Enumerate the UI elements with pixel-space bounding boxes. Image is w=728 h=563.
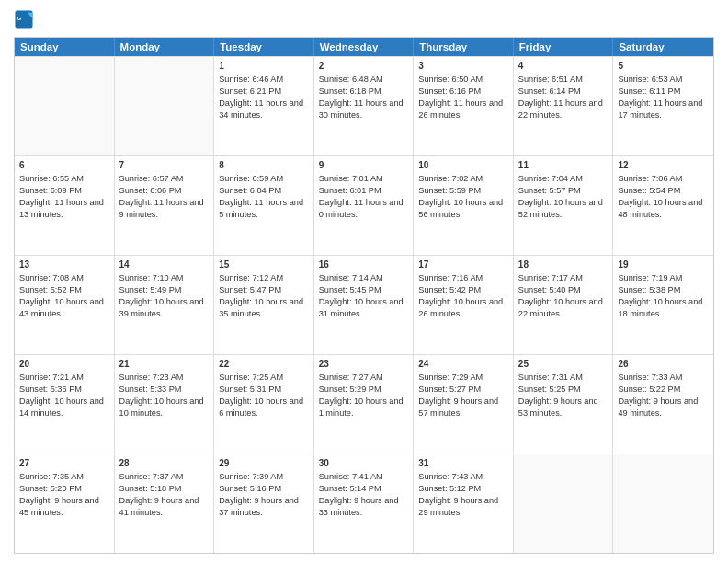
day-number: 20 bbox=[19, 358, 109, 371]
day-30: 30Sunrise: 7:41 AMSunset: 5:14 PMDayligh… bbox=[314, 454, 415, 553]
day-info: Daylight: 9 hours and 33 minutes. bbox=[319, 495, 409, 519]
day-number: 30 bbox=[319, 457, 409, 470]
day-info: Sunset: 5:40 PM bbox=[518, 284, 609, 296]
day-info: Sunset: 6:18 PM bbox=[319, 86, 409, 98]
day-info: Sunset: 6:11 PM bbox=[618, 86, 709, 98]
day-number: 6 bbox=[19, 159, 109, 172]
day-info: Sunrise: 7:43 AM bbox=[418, 471, 508, 483]
day-info: Daylight: 10 hours and 1 minute. bbox=[319, 396, 409, 419]
header: G bbox=[14, 9, 714, 29]
header-day-sunday: Sunday bbox=[15, 38, 115, 56]
calendar-body: 1Sunrise: 6:46 AMSunset: 6:21 PMDaylight… bbox=[15, 56, 713, 553]
day-number: 13 bbox=[19, 259, 109, 271]
day-info: Daylight: 9 hours and 41 minutes. bbox=[119, 495, 210, 519]
day-info: Sunset: 6:09 PM bbox=[19, 185, 109, 197]
day-number: 25 bbox=[518, 358, 609, 371]
day-info: Daylight: 10 hours and 52 minutes. bbox=[518, 197, 609, 221]
day-info: Sunrise: 7:04 AM bbox=[518, 173, 609, 185]
day-info: Sunset: 6:01 PM bbox=[319, 185, 409, 197]
day-info: Sunrise: 7:35 AM bbox=[19, 471, 109, 483]
day-info: Sunrise: 7:01 AM bbox=[319, 173, 409, 185]
day-number: 14 bbox=[119, 259, 210, 271]
day-info: Daylight: 11 hours and 9 minutes. bbox=[119, 197, 210, 221]
day-info: Sunset: 5:38 PM bbox=[618, 284, 709, 296]
header-day-friday: Friday bbox=[514, 38, 614, 56]
empty-cell bbox=[613, 454, 713, 553]
day-info: Sunset: 5:25 PM bbox=[518, 384, 609, 396]
day-info: Daylight: 9 hours and 37 minutes. bbox=[219, 495, 309, 519]
day-info: Sunrise: 6:59 AM bbox=[219, 173, 309, 185]
day-22: 22Sunrise: 7:25 AMSunset: 5:31 PMDayligh… bbox=[214, 355, 314, 454]
day-5: 5Sunrise: 6:53 AMSunset: 6:11 PMDaylight… bbox=[613, 57, 713, 155]
day-info: Daylight: 10 hours and 22 minutes. bbox=[518, 296, 609, 320]
day-info: Daylight: 9 hours and 49 minutes. bbox=[618, 396, 709, 419]
empty-cell bbox=[514, 454, 614, 553]
day-23: 23Sunrise: 7:27 AMSunset: 5:29 PMDayligh… bbox=[314, 355, 415, 454]
svg-text:G: G bbox=[17, 16, 22, 21]
header-day-thursday: Thursday bbox=[414, 38, 514, 56]
day-number: 5 bbox=[618, 60, 709, 73]
day-number: 3 bbox=[418, 60, 508, 73]
day-info: Sunset: 6:06 PM bbox=[119, 185, 210, 197]
day-10: 10Sunrise: 7:02 AMSunset: 5:59 PMDayligh… bbox=[414, 156, 514, 255]
day-info: Daylight: 10 hours and 26 minutes. bbox=[418, 296, 508, 320]
day-info: Sunrise: 7:14 AM bbox=[319, 272, 409, 284]
day-number: 2 bbox=[319, 60, 409, 73]
day-26: 26Sunrise: 7:33 AMSunset: 5:22 PMDayligh… bbox=[613, 355, 713, 454]
day-20: 20Sunrise: 7:21 AMSunset: 5:36 PMDayligh… bbox=[15, 355, 115, 454]
header-day-wednesday: Wednesday bbox=[314, 38, 415, 56]
day-info: Daylight: 10 hours and 56 minutes. bbox=[418, 197, 508, 221]
day-info: Sunrise: 6:48 AM bbox=[319, 74, 409, 86]
day-info: Sunrise: 7:02 AM bbox=[418, 173, 508, 185]
day-number: 12 bbox=[618, 159, 709, 172]
day-15: 15Sunrise: 7:12 AMSunset: 5:47 PMDayligh… bbox=[214, 256, 314, 354]
week-row-5: 27Sunrise: 7:35 AMSunset: 5:20 PMDayligh… bbox=[15, 454, 713, 553]
day-info: Daylight: 11 hours and 5 minutes. bbox=[219, 197, 309, 221]
day-info: Sunrise: 6:53 AM bbox=[618, 74, 709, 86]
day-19: 19Sunrise: 7:19 AMSunset: 5:38 PMDayligh… bbox=[613, 256, 713, 354]
day-number: 26 bbox=[618, 358, 709, 371]
week-row-1: 1Sunrise: 6:46 AMSunset: 6:21 PMDaylight… bbox=[15, 56, 713, 155]
day-9: 9Sunrise: 7:01 AMSunset: 6:01 PMDaylight… bbox=[314, 156, 415, 255]
day-info: Sunrise: 7:10 AM bbox=[119, 272, 210, 284]
day-info: Sunset: 6:21 PM bbox=[219, 86, 309, 98]
day-info: Sunrise: 7:21 AM bbox=[19, 372, 109, 384]
day-18: 18Sunrise: 7:17 AMSunset: 5:40 PMDayligh… bbox=[514, 256, 614, 354]
day-info: Sunrise: 7:19 AM bbox=[618, 272, 709, 284]
day-info: Sunset: 5:54 PM bbox=[618, 185, 709, 197]
logo-icon: G bbox=[14, 9, 34, 29]
day-number: 1 bbox=[219, 60, 309, 73]
day-24: 24Sunrise: 7:29 AMSunset: 5:27 PMDayligh… bbox=[414, 355, 514, 454]
day-info: Daylight: 10 hours and 18 minutes. bbox=[618, 296, 709, 320]
day-info: Daylight: 11 hours and 30 minutes. bbox=[319, 98, 409, 121]
day-number: 23 bbox=[319, 358, 409, 371]
day-12: 12Sunrise: 7:06 AMSunset: 5:54 PMDayligh… bbox=[613, 156, 713, 255]
day-info: Sunrise: 7:31 AM bbox=[518, 372, 609, 384]
day-info: Sunset: 5:45 PM bbox=[319, 284, 409, 296]
day-info: Sunset: 5:42 PM bbox=[418, 284, 508, 296]
day-info: Sunset: 5:14 PM bbox=[319, 483, 409, 495]
day-info: Sunset: 6:04 PM bbox=[219, 185, 309, 197]
day-info: Sunrise: 7:37 AM bbox=[119, 471, 210, 483]
day-number: 18 bbox=[518, 259, 609, 271]
day-3: 3Sunrise: 6:50 AMSunset: 6:16 PMDaylight… bbox=[414, 57, 514, 155]
day-info: Daylight: 10 hours and 14 minutes. bbox=[19, 396, 109, 419]
day-info: Daylight: 11 hours and 0 minutes. bbox=[319, 197, 409, 221]
day-number: 8 bbox=[219, 159, 309, 172]
day-number: 22 bbox=[219, 358, 309, 371]
day-info: Sunset: 5:18 PM bbox=[119, 483, 210, 495]
day-info: Daylight: 11 hours and 22 minutes. bbox=[518, 98, 609, 121]
day-number: 27 bbox=[19, 457, 109, 470]
day-info: Daylight: 11 hours and 26 minutes. bbox=[418, 98, 508, 121]
day-info: Sunset: 5:12 PM bbox=[418, 483, 508, 495]
day-number: 11 bbox=[518, 159, 609, 172]
day-info: Sunset: 5:31 PM bbox=[219, 384, 309, 396]
day-info: Daylight: 9 hours and 29 minutes. bbox=[418, 495, 508, 519]
day-number: 15 bbox=[219, 259, 309, 271]
day-info: Sunrise: 7:41 AM bbox=[319, 471, 409, 483]
day-number: 24 bbox=[418, 358, 508, 371]
day-info: Sunset: 6:14 PM bbox=[518, 86, 609, 98]
day-31: 31Sunrise: 7:43 AMSunset: 5:12 PMDayligh… bbox=[414, 454, 514, 553]
day-info: Sunset: 5:33 PM bbox=[119, 384, 210, 396]
day-info: Daylight: 9 hours and 57 minutes. bbox=[418, 396, 508, 419]
